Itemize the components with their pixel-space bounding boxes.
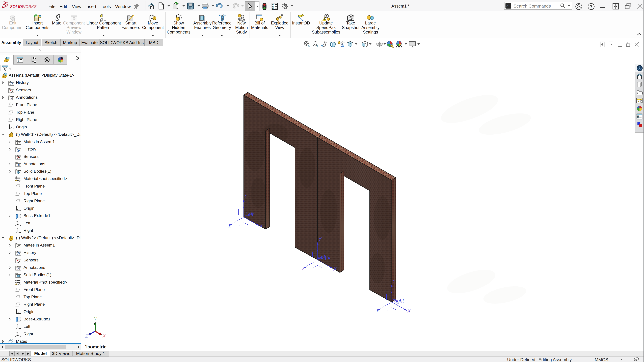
svg-text:Right: Right [319, 255, 331, 260]
svg-text:Z: Z [85, 334, 88, 339]
svg-text:Left: Left [245, 212, 254, 217]
svg-text:X: X [102, 334, 106, 339]
svg-text:Right: Right [392, 298, 404, 304]
svg-text:Y: Y [94, 317, 97, 322]
svg-text:!: ! [324, 18, 325, 21]
svg-text:?: ? [590, 4, 592, 9]
svg-text:A: A [341, 43, 344, 48]
